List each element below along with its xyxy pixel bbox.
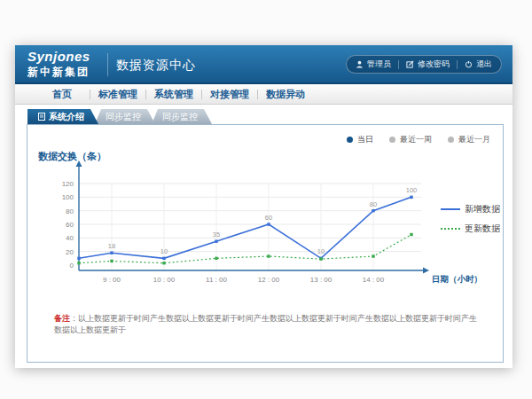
legend-label: 更新数据 bbox=[465, 223, 500, 235]
current-user-label: 管理员 bbox=[367, 59, 391, 70]
range-radio[interactable]: 当日 bbox=[347, 134, 373, 145]
radio-label: 最近一月 bbox=[458, 134, 490, 145]
user-icon bbox=[356, 60, 364, 68]
nav-item[interactable]: 对接管理 bbox=[202, 84, 257, 105]
footnote: 备注：以上数据更新于时间产生数据以上数据更新于时间产生数据以上数据更新于时间产生… bbox=[54, 313, 480, 336]
tab-label: 同步监控 bbox=[162, 109, 198, 124]
legend-item: 更新数据 bbox=[441, 223, 500, 235]
radio-label: 当日 bbox=[357, 134, 373, 145]
footnote-prefix: 备注 bbox=[54, 314, 70, 323]
logout-button[interactable]: 退出 bbox=[465, 59, 492, 70]
header: Synjones 新中新集团 数据资源中心 管理员 修改密码 退出 bbox=[15, 45, 512, 84]
tab-label: 系统介绍 bbox=[49, 109, 84, 124]
logo-text-cn: 新中新集团 bbox=[27, 65, 90, 79]
svg-text:40: 40 bbox=[66, 234, 74, 242]
toolbar-separator bbox=[398, 60, 399, 69]
legend-item: 新增数据 bbox=[441, 203, 500, 215]
logout-label: 退出 bbox=[476, 59, 492, 70]
svg-text:14 : 00: 14 : 00 bbox=[363, 276, 385, 284]
line-chart: 0204060801001209 : 0010 : 0011 : 0012 : … bbox=[27, 159, 505, 299]
page-title: 数据资源中心 bbox=[116, 58, 196, 74]
footnote-text: ：以上数据更新于时间产生数据以上数据更新于时间产生数据以上数据更新于时间产生数据… bbox=[54, 314, 477, 334]
edit-icon bbox=[406, 60, 414, 68]
tab-bar: 系统介绍同步监控同步监控 bbox=[27, 109, 208, 124]
legend-label: 新增数据 bbox=[465, 203, 500, 215]
radio-dot-icon bbox=[448, 137, 454, 143]
range-radio[interactable]: 最近一月 bbox=[448, 134, 490, 145]
svg-text:10: 10 bbox=[317, 247, 325, 255]
power-icon bbox=[465, 60, 473, 68]
svg-text:120: 120 bbox=[62, 180, 74, 188]
svg-text:日期（小时）: 日期（小时） bbox=[432, 274, 482, 285]
svg-text:80: 80 bbox=[66, 207, 74, 215]
svg-text:100: 100 bbox=[62, 193, 74, 201]
range-filter-group: 当日最近一周最近一月 bbox=[347, 134, 490, 145]
svg-text:80: 80 bbox=[370, 200, 377, 208]
tab-inactive[interactable]: 同步监控 bbox=[152, 109, 212, 124]
logo: Synjones 新中新集团 bbox=[27, 49, 90, 79]
logo-text-en: Synjones bbox=[27, 49, 90, 65]
nav-item[interactable]: 首页 bbox=[35, 84, 90, 105]
tab-active[interactable]: 系统介绍 bbox=[27, 109, 98, 124]
app-window: Synjones 新中新集团 数据资源中心 管理员 修改密码 退出 首页标准管理… bbox=[15, 45, 512, 368]
legend-line-sample bbox=[441, 228, 460, 230]
svg-text:60: 60 bbox=[265, 214, 272, 222]
content-area: 系统介绍同步监控同步监控 当日最近一周最近一月 数据交换（条） 02040608… bbox=[15, 105, 512, 365]
range-radio[interactable]: 最近一周 bbox=[389, 134, 432, 145]
tab-inactive[interactable]: 同步监控 bbox=[95, 109, 155, 124]
nav-item[interactable]: 标准管理 bbox=[90, 84, 145, 105]
header-divider bbox=[107, 53, 108, 76]
svg-text:35: 35 bbox=[213, 231, 220, 239]
svg-text:18: 18 bbox=[108, 242, 115, 250]
current-user-button[interactable]: 管理员 bbox=[356, 59, 391, 70]
svg-text:100: 100 bbox=[406, 186, 418, 194]
svg-text:60: 60 bbox=[66, 221, 74, 229]
main-nav: 首页标准管理系统管理对接管理数据异动 bbox=[15, 84, 512, 105]
change-password-label: 修改密码 bbox=[418, 59, 450, 70]
svg-text:12 : 00: 12 : 00 bbox=[258, 276, 280, 284]
toolbar-separator bbox=[457, 60, 458, 69]
svg-text:20: 20 bbox=[66, 248, 74, 256]
nav-item[interactable]: 数据异动 bbox=[258, 84, 313, 105]
radio-label: 最近一周 bbox=[400, 134, 432, 145]
chart-legend: 新增数据更新数据 bbox=[441, 203, 500, 242]
svg-text:13 : 00: 13 : 00 bbox=[310, 276, 332, 284]
svg-text:9 : 00: 9 : 00 bbox=[103, 276, 121, 284]
svg-text:10 : 00: 10 : 00 bbox=[153, 276, 176, 284]
nav-item[interactable]: 系统管理 bbox=[146, 84, 201, 105]
svg-text:10: 10 bbox=[160, 247, 168, 255]
change-password-button[interactable]: 修改密码 bbox=[406, 59, 450, 70]
radio-dot-icon bbox=[389, 137, 395, 143]
chart-panel: 当日最近一周最近一月 数据交换（条） 0204060801001209 : 00… bbox=[27, 124, 504, 363]
legend-line-sample bbox=[441, 208, 460, 210]
document-icon bbox=[38, 113, 45, 121]
user-toolbar: 管理员 修改密码 退出 bbox=[346, 55, 502, 74]
svg-text:0: 0 bbox=[70, 262, 74, 270]
tab-label: 同步监控 bbox=[106, 109, 141, 124]
radio-dot-icon bbox=[347, 137, 353, 143]
svg-text:11 : 00: 11 : 00 bbox=[206, 276, 227, 284]
